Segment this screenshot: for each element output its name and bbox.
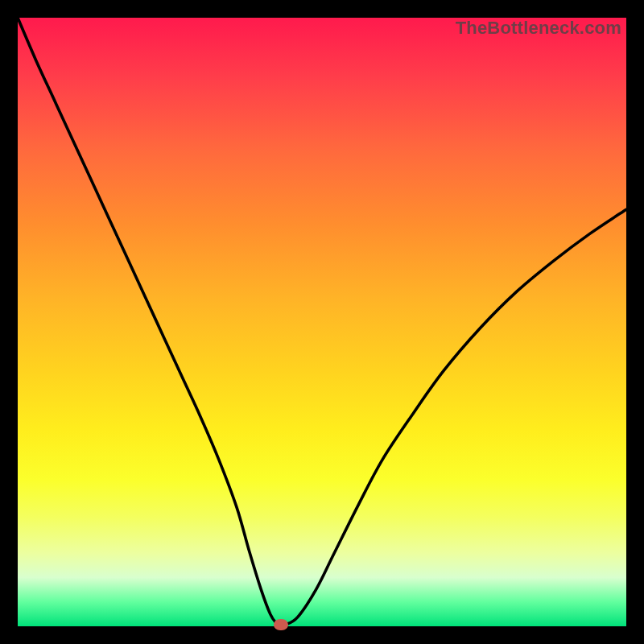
chart-frame: TheBottleneck.com [0,0,644,644]
bottleneck-curve [18,18,626,625]
curve-svg [18,18,626,626]
plot-area: TheBottleneck.com [18,18,626,626]
optimum-marker [274,619,288,630]
